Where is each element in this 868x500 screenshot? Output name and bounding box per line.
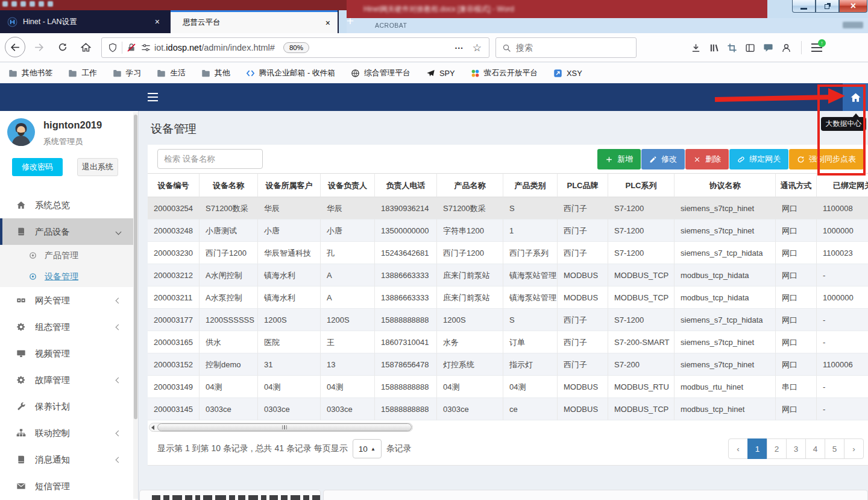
screenshot-icon[interactable] bbox=[727, 43, 737, 53]
column-header[interactable]: 产品类别 bbox=[503, 173, 558, 197]
chevron-left-icon bbox=[116, 377, 122, 383]
table-row[interactable]: 200003230西门子1200华辰智通科技孔15243642681西门子120… bbox=[148, 242, 868, 264]
new-tab-button[interactable]: + bbox=[343, 13, 357, 30]
sidebar-toggle-icon[interactable] bbox=[148, 92, 158, 101]
back-button[interactable] bbox=[5, 37, 25, 57]
hinet-favicon bbox=[7, 17, 17, 27]
tab-close-icon[interactable]: × bbox=[155, 17, 160, 27]
sidebar-item-gateway-mgmt[interactable]: 网关管理 bbox=[0, 287, 134, 314]
table-row[interactable]: 200003152控制demo311315878656478灯控系统指示灯西门子… bbox=[148, 353, 868, 376]
bookmark-item[interactable]: 综合管理平台 bbox=[351, 68, 410, 78]
page-actions-icon[interactable]: … bbox=[454, 40, 464, 51]
table-cell: MODBUS bbox=[558, 264, 608, 286]
sidebar-item-linkage-control[interactable]: 联动控制 bbox=[0, 420, 134, 446]
sidebar-item-video-mgmt[interactable]: 视频管理 bbox=[0, 340, 134, 367]
table-row[interactable]: 2000031771200SSSSSS1200S1200S15888888888… bbox=[148, 309, 868, 331]
sidebar-item-label: 产品设备 bbox=[35, 226, 70, 238]
sidebar-item-fault-mgmt[interactable]: 故障管理 bbox=[0, 367, 134, 393]
column-header[interactable]: 设备编号 bbox=[148, 173, 200, 197]
bookmark-item[interactable]: 生活 bbox=[157, 68, 186, 78]
add-button[interactable]: 新增 bbox=[597, 149, 641, 169]
sidebar-subitem-device-mgmt[interactable]: 设备管理 bbox=[0, 266, 134, 287]
sidebar-item-config-mgmt[interactable]: 组态管理 bbox=[0, 314, 134, 340]
column-header[interactable]: 通讯方式 bbox=[776, 173, 817, 197]
logout-button[interactable]: 退出系统 bbox=[77, 158, 118, 176]
close-button[interactable]: × bbox=[839, 0, 867, 13]
column-header[interactable]: 负责人电话 bbox=[375, 173, 437, 197]
bookmark-item[interactable]: SPY bbox=[426, 69, 455, 78]
table-row[interactable]: 200003211A水泵控制镇海水利A13886663333庶来门前泵站镇海泵站… bbox=[148, 286, 868, 309]
page-next-button[interactable]: › bbox=[844, 438, 864, 459]
bookmark-item[interactable]: 学习 bbox=[113, 68, 142, 78]
sitemap-icon bbox=[16, 428, 27, 438]
sidebar-item-sms-mgmt[interactable]: 短信管理 bbox=[0, 473, 134, 499]
bookmark-star-icon[interactable]: ☆ bbox=[473, 42, 482, 54]
bind-gateway-button[interactable]: 绑定网关 bbox=[729, 149, 788, 169]
sidebar-item-message-notify[interactable]: 消息通知 bbox=[0, 446, 134, 473]
delete-button[interactable]: 删除 bbox=[685, 149, 729, 169]
home-button[interactable] bbox=[76, 37, 95, 57]
bookmark-item[interactable]: 萤石云开放平台 bbox=[471, 68, 538, 78]
column-header[interactable]: PLC系列 bbox=[608, 173, 675, 197]
sidebar-item-overview[interactable]: 系统总览 bbox=[0, 192, 134, 218]
bookmark-item[interactable]: 其他 bbox=[201, 68, 230, 78]
sidebar-item-product-device[interactable]: 产品设备 bbox=[0, 218, 134, 245]
page-prev-button[interactable]: ‹ bbox=[728, 438, 748, 459]
edit-button[interactable]: 修改 bbox=[641, 149, 685, 169]
table-cell: 200003212 bbox=[148, 264, 200, 286]
change-password-button[interactable]: 修改密码 bbox=[12, 158, 63, 176]
page-size-select[interactable]: 10▲ bbox=[353, 439, 382, 458]
page-button-3[interactable]: 3 bbox=[786, 438, 806, 459]
bookmark-item[interactable]: 工作 bbox=[68, 68, 97, 78]
table-cell: - bbox=[817, 264, 868, 286]
table-row[interactable]: 200003254S71200数采华辰华辰18390936214S71200数采… bbox=[148, 197, 868, 220]
sidebar-item-maintenance-plan[interactable]: 保养计划 bbox=[0, 393, 134, 420]
browser-search-input[interactable] bbox=[516, 43, 618, 52]
table-row[interactable]: 20000314904测04测04测1588888888804测04测MODBU… bbox=[148, 376, 868, 398]
restore-button[interactable] bbox=[816, 0, 839, 13]
tab-close-icon[interactable]: × bbox=[326, 18, 330, 28]
shield-icon[interactable] bbox=[108, 43, 118, 52]
column-header[interactable]: 协议名称 bbox=[675, 173, 776, 197]
sidebar-subitem-product-mgmt[interactable]: 产品管理 bbox=[0, 245, 134, 266]
table-row[interactable]: 200003165供水医院王18607310041水务订单西门子S7-200-S… bbox=[148, 331, 868, 353]
column-header[interactable]: 设备所属客户 bbox=[258, 173, 321, 197]
reload-button[interactable] bbox=[53, 37, 72, 57]
pocket-chat-icon[interactable] bbox=[763, 43, 773, 53]
page-button-5[interactable]: 5 bbox=[825, 438, 844, 459]
page-button-1[interactable]: 1 bbox=[747, 438, 767, 459]
table-row[interactable]: 2000031450303ce0303ce0303ce1588888888803… bbox=[148, 398, 868, 420]
sidebar-scrollbar-thumb[interactable] bbox=[134, 115, 137, 419]
bookmark-label: 腾讯企业邮箱 - 收件箱 bbox=[259, 68, 336, 78]
table-row[interactable]: 200003212A水闸控制镇海水利A13886663333庶来门前泵站镇海泵站… bbox=[148, 264, 868, 286]
minimize-button[interactable] bbox=[792, 0, 816, 13]
column-header[interactable]: 设备名称 bbox=[200, 173, 258, 197]
url-bar[interactable]: iot.idosp.net/admin/index.html# 80% … ☆ bbox=[101, 37, 489, 58]
bookmark-item[interactable]: 腾讯企业邮箱 - 收件箱 bbox=[246, 68, 336, 78]
bookmark-item[interactable]: XSY bbox=[553, 69, 582, 78]
column-header[interactable]: 设备负责人 bbox=[321, 173, 375, 197]
column-header[interactable]: 产品名称 bbox=[437, 173, 503, 197]
column-header[interactable]: PLC品牌 bbox=[558, 173, 608, 197]
account-icon[interactable] bbox=[781, 43, 791, 53]
horizontal-scrollbar-thumb[interactable] bbox=[157, 423, 412, 431]
scroll-left-arrow[interactable] bbox=[151, 425, 154, 430]
insecure-lock-icon[interactable] bbox=[127, 43, 136, 52]
bookmark-item[interactable]: 其他书签 bbox=[8, 68, 52, 78]
forward-button[interactable] bbox=[29, 37, 48, 57]
browser-search[interactable] bbox=[495, 37, 637, 58]
menu-icon[interactable]: ↑ bbox=[811, 43, 822, 52]
permissions-icon[interactable] bbox=[141, 43, 151, 52]
table-cell: A水泵控制 bbox=[200, 286, 258, 309]
device-search-input[interactable] bbox=[157, 149, 263, 169]
tab-sipu-cloud[interactable]: 思普云平台 × bbox=[171, 10, 338, 33]
tab-hinet[interactable]: Hinet - LAN设置 × bbox=[0, 10, 167, 33]
sidebars-icon[interactable] bbox=[745, 43, 755, 53]
page-button-2[interactable]: 2 bbox=[767, 438, 787, 459]
library-icon[interactable] bbox=[709, 43, 719, 53]
page-button-4[interactable]: 4 bbox=[805, 438, 825, 459]
download-icon[interactable] bbox=[691, 43, 701, 53]
zoom-level-badge[interactable]: 80% bbox=[283, 42, 309, 53]
table-row[interactable]: 200003248小唐测试小唐小唐13500000000字符串12001西门子S… bbox=[148, 220, 868, 242]
column-header[interactable]: 已绑定网关 bbox=[817, 173, 868, 197]
